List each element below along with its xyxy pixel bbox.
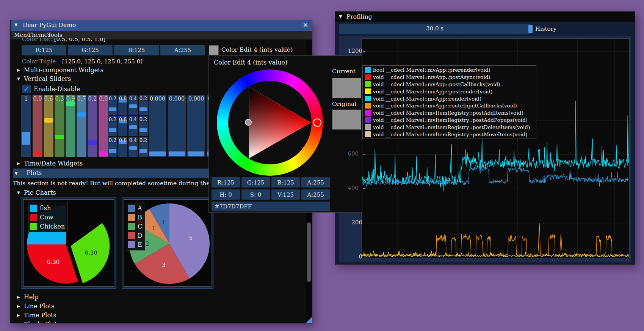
legend-item[interactable]: A [128,203,143,213]
vertical-slider[interactable]: 0.4 [128,137,138,157]
expand-icon[interactable]: ▶ [17,304,20,308]
legend-item[interactable]: D [128,231,143,240]
sv-cursor[interactable] [245,119,252,126]
legend-item[interactable]: B [128,213,143,222]
vertical-slider[interactable]: 0.4 [128,116,138,136]
slider-grab[interactable] [109,128,116,132]
slider-grab[interactable] [77,112,86,117]
vertical-slider[interactable]: 0.3 [55,95,64,157]
collapse-icon[interactable]: ▼ [14,22,17,27]
vertical-slider[interactable]: 0.2 [139,116,148,136]
profiler-legend-item[interactable]: void __cdecl Marvel::mvItemRegistry::pos… [365,109,534,117]
help-marker[interactable]: (?) [283,46,290,52]
slider-grab[interactable] [169,151,185,156]
legend-item[interactable]: E [128,240,143,249]
profiler-legend-item[interactable]: void __cdecl Marvel::mvItemRegistry::pos… [365,117,534,124]
color-swatch-button[interactable] [209,45,219,55]
vertical-slider[interactable]: 0.2 [108,95,117,115]
history-slider-grab[interactable] [528,25,533,33]
profiler-legend-item[interactable]: void __cdecl Marvel::mvApp::postrender(v… [365,88,534,95]
slider-grab[interactable] [22,132,30,145]
pie-chart-2-frame[interactable]: 11235 ABCDE [122,197,213,289]
profiler-plot-widget[interactable]: 12006004002000 bool __cdecl Marvel::mvAp… [339,36,631,262]
slider-grab[interactable] [129,146,137,150]
vertical-slider[interactable]: 0.000 [187,95,205,157]
pie-chart-1-plot[interactable]: 0.250.300.30 fishCowChicken [23,199,114,287]
profiler-legend-item[interactable]: void __cdecl Marvel::mvApp::render(void) [365,95,534,102]
drag-int-b[interactable]: B:125 [114,45,159,55]
slider-grab[interactable] [139,107,147,111]
vertical-slider[interactable]: 0.8 [118,116,127,136]
slider-grab[interactable] [109,149,116,153]
slider-grab[interactable] [139,128,147,132]
hue-cursor[interactable] [313,118,321,127]
drag-int-a[interactable]: A:255 [160,45,205,55]
vertical-slider[interactable]: 0.000 [149,95,166,157]
popup-s-field[interactable]: S: 0 [241,189,270,200]
slider-grab[interactable] [55,135,64,139]
legend-item[interactable]: Cow [30,213,65,222]
vertical-slider[interactable]: 0.0 [99,95,108,157]
vertical-slider[interactable]: 0.0 [33,95,42,157]
pie-chart-1-frame[interactable]: 0.250.300.30 fishCowChicken [21,197,116,289]
vertical-slider[interactable]: 0.6 [44,95,53,157]
vertical-slider[interactable]: 0.8 [118,95,127,115]
color-picker-popup[interactable]: 600 400 Color Edit 4 (ints value) Curren [208,55,362,213]
slider-grab[interactable] [149,151,166,156]
popup-r-field[interactable]: R:125 [212,177,240,188]
profiler-legend-item[interactable]: bool __cdecl Marvel::mvApp::prerender(vo… [365,66,534,74]
collapse-icon[interactable]: ▼ [17,191,20,195]
drag-int-r[interactable]: R:125 [22,45,66,55]
slider-grab[interactable] [44,118,53,123]
pie-chart-2-plot[interactable]: 11235 ABCDE [124,199,211,287]
vertical-slider[interactable]: 0.2 [88,95,97,157]
slider-grab[interactable] [66,101,75,106]
popup-a-field[interactable]: A:255 [301,177,330,188]
expand-icon[interactable]: ▶ [17,161,20,166]
slider-grab[interactable] [33,151,42,156]
popup-a2-field[interactable]: A:255 [301,189,330,200]
vertical-slider[interactable]: 0.2 [108,137,117,157]
menu-item-tools[interactable]: Tools [47,32,62,38]
popup-b-field[interactable]: B:125 [271,177,300,188]
original-color-swatch[interactable] [332,109,361,130]
vertical-slider[interactable]: 0.2 [139,137,148,157]
profiling-window[interactable]: ▼ Profiling 30.0 s History 1200600400200… [335,11,635,265]
profiling-titlebar[interactable]: ▼ Profiling [335,12,635,22]
enable-disable-checkbox[interactable]: ✓ [22,85,31,93]
vertical-slider[interactable]: 0.7 [77,95,86,157]
drag-int-g[interactable]: G:125 [68,45,113,55]
legend-item[interactable]: C [128,222,143,231]
close-icon[interactable]: ✕ [303,21,308,29]
hex-field[interactable]: #7D7D7DFF [212,202,330,211]
legend-item[interactable]: Chicken [30,222,65,231]
history-slider[interactable]: 30.0 s [339,24,531,34]
demo-titlebar[interactable]: ▼ Dear PyGui Demo ✕ [11,20,312,31]
expand-icon[interactable]: ▶ [17,322,20,323]
vertical-slider[interactable]: 0.9 [66,95,75,157]
popup-h-field[interactable]: H: 0 [212,189,240,200]
vertical-slider[interactable]: 1 [21,95,31,157]
slider-grab[interactable] [139,149,147,153]
vertical-slider[interactable]: 0.2 [108,116,117,136]
resize-grip[interactable] [306,317,312,323]
profiler-legend-item[interactable]: void __cdecl Marvel::mvApp::postAsync(vo… [365,74,534,81]
slider-grab[interactable] [129,104,137,108]
scrollbar-thumb[interactable] [307,222,311,282]
vertical-slider[interactable]: 0.4 [128,95,138,115]
slider-grab[interactable] [99,151,108,156]
profiler-legend[interactable]: bool __cdecl Marvel::mvApp::prerender(vo… [362,65,536,139]
expand-icon[interactable]: ▶ [17,68,20,72]
collapse-icon[interactable]: ▼ [17,77,20,81]
vertical-slider[interactable]: 0.000 [168,95,186,157]
popup-g-field[interactable]: G:125 [241,177,270,188]
pie-2-legend[interactable]: ABCDE [126,202,145,251]
slider-grab[interactable] [188,151,204,156]
slider-grab[interactable] [88,140,97,145]
slider-grab[interactable] [129,125,137,129]
expand-icon[interactable]: ▶ [17,313,20,317]
profiler-legend-item[interactable]: void __cdecl Marvel::mvItemRegistry::pos… [365,131,534,138]
profiler-legend-item[interactable]: void __cdecl Marvel::mvApp::routeInputCa… [365,102,534,109]
legend-item[interactable]: fish [30,203,65,213]
expand-icon[interactable]: ▶ [17,295,20,299]
